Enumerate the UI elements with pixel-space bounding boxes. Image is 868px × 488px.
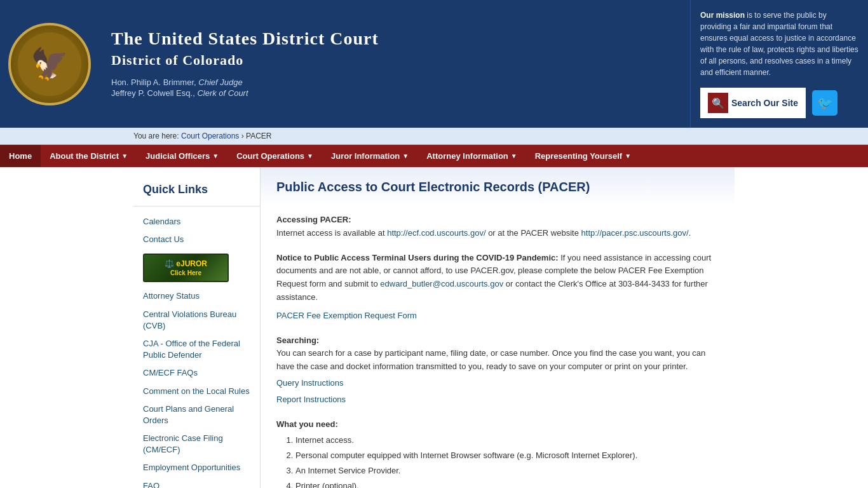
- butler-email[interactable]: edward_butler@cod.uscourts.gov: [380, 279, 503, 288]
- accessing-heading: Accessing PACER:: [276, 215, 351, 224]
- eagle-icon: 🦅: [31, 46, 69, 82]
- list-item: An Internet Service Provider.: [295, 464, 719, 478]
- list-item: Personal computer equipped with Internet…: [295, 449, 719, 463]
- fee-form-link[interactable]: PACER Fee Exemption Request Form: [276, 311, 417, 320]
- ecf-link[interactable]: http://ecf.cod.uscourts.gov/: [387, 228, 485, 238]
- notice-para: Notice to Public Access Terminal Users d…: [276, 252, 719, 304]
- pacer-link[interactable]: http://pacer.psc.uscourts.gov/: [581, 228, 689, 238]
- need-section: What you need: Internet access. Personal…: [276, 418, 719, 488]
- dropdown-arrow: ▼: [212, 152, 219, 159]
- officers-block: Hon. Philip A. Brimmer, Chief Judge Jeff…: [111, 76, 677, 99]
- sidebar-link-calendars[interactable]: Calendars: [133, 213, 260, 231]
- breadcrumb-link[interactable]: Court Operations: [181, 132, 239, 140]
- ejuror-image[interactable]: ⚖️ eJURORClick Here: [143, 254, 229, 282]
- accessing-section: Accessing PACER: Internet access is avai…: [276, 214, 719, 240]
- nav-judicial[interactable]: Judicial Officers ▼: [137, 145, 227, 167]
- main-nav: Home About the District ▼ Judicial Offic…: [0, 145, 868, 167]
- notice-section: Notice to Public Access Terminal Users d…: [276, 252, 719, 323]
- need-heading: What you need:: [276, 418, 719, 431]
- court-name: The United States District Court: [111, 29, 677, 49]
- searching-para: Searching: You can search for a case by …: [276, 334, 719, 374]
- page-title: Public Access to Court Electronic Record…: [276, 180, 719, 201]
- court-seal: 🦅: [8, 23, 91, 105]
- list-item: Internet access.: [295, 434, 719, 447]
- sidebar-link-court-plans[interactable]: Court Plans and General Orders: [133, 400, 260, 430]
- need-list: Internet access. Personal computer equip…: [295, 434, 719, 488]
- seal-inner: 🦅: [18, 32, 81, 96]
- breadcrumb-current: PACER: [246, 132, 271, 140]
- breadcrumb: You are here: Court Operations › PACER: [0, 128, 868, 145]
- court-title-block: The United States District Court Distric…: [98, 0, 690, 128]
- ejuror-banner[interactable]: ⚖️ eJURORClick Here: [143, 254, 250, 282]
- nav-juror[interactable]: Juror Information ▼: [322, 145, 417, 167]
- sidebar-link-employment[interactable]: Employment Opportunities: [133, 459, 260, 477]
- sidebar-link-faq[interactable]: FAQ: [133, 477, 260, 488]
- search-area: 🔍 Search Our Site 🐦: [700, 88, 858, 118]
- chief-judge: Hon. Philip A. Brimmer, Chief Judge: [111, 78, 677, 87]
- nav-court-ops[interactable]: Court Operations ▼: [227, 145, 322, 167]
- nav-representing[interactable]: Representing Yourself ▼: [526, 145, 640, 167]
- list-item: Printer (optional).: [295, 480, 719, 488]
- accessing-para: Accessing PACER: Internet access is avai…: [276, 214, 719, 240]
- sidebar-link-contact[interactable]: Contact Us: [133, 231, 260, 248]
- dropdown-arrow: ▼: [511, 152, 517, 159]
- query-instructions-link[interactable]: Query Instructions: [276, 378, 344, 388]
- search-button[interactable]: 🔍 Search Our Site: [700, 88, 806, 118]
- search-icon: 🔍: [708, 93, 728, 113]
- mission-text: Our mission is to serve the public by pr…: [700, 10, 858, 78]
- sidebar-link-cja[interactable]: CJA - Office of the Federal Public Defen…: [133, 335, 260, 364]
- nav-attorney[interactable]: Attorney Information ▼: [417, 145, 526, 167]
- dropdown-arrow: ▼: [307, 152, 313, 159]
- nav-home[interactable]: Home: [0, 145, 41, 167]
- notice-heading: Notice to Public Access Terminal Users d…: [276, 253, 559, 262]
- nav-bar: Home About the District ▼ Judicial Offic…: [0, 145, 868, 167]
- nav-about[interactable]: About the District ▼: [41, 145, 137, 167]
- clerk: Jeffrey P. Colwell Esq., Clerk of Court: [111, 88, 677, 98]
- searching-section: Searching: You can search for a case by …: [276, 334, 719, 407]
- sidebar-link-attorney-status[interactable]: Attorney Status: [133, 287, 260, 305]
- mission-block: Our mission is to serve the public by pr…: [690, 0, 868, 128]
- sidebar: Quick Links Calendars Contact Us ⚖️ eJUR…: [133, 167, 261, 488]
- seal-container: 🦅: [0, 0, 98, 128]
- dropdown-arrow: ▼: [402, 152, 409, 159]
- report-instructions-link[interactable]: Report Instructions: [276, 395, 346, 404]
- sidebar-link-ecf[interactable]: Electronic Case Filing (CM/ECF): [133, 430, 260, 459]
- district-name: District of Colorado: [111, 52, 677, 69]
- dropdown-arrow: ▼: [625, 152, 631, 159]
- sidebar-link-cvb[interactable]: Central Violations Bureau (CVB): [133, 306, 260, 335]
- searching-heading: Searching:: [276, 336, 319, 345]
- content-wrapper: Quick Links Calendars Contact Us ⚖️ eJUR…: [0, 167, 868, 488]
- sidebar-title: Quick Links: [133, 177, 260, 207]
- sidebar-link-local-rules[interactable]: Comment on the Local Rules: [133, 383, 260, 400]
- content-area: Quick Links Calendars Contact Us ⚖️ eJUR…: [133, 167, 735, 488]
- main-content: Public Access to Court Electronic Record…: [261, 167, 735, 488]
- twitter-button[interactable]: 🐦: [812, 90, 837, 116]
- site-header: 🦅 The United States District Court Distr…: [0, 0, 868, 128]
- ejuror-label: ⚖️ eJURORClick Here: [165, 259, 207, 277]
- dropdown-arrow: ▼: [121, 152, 128, 159]
- sidebar-link-cmecf-faq[interactable]: CM/ECF FAQs: [133, 364, 260, 382]
